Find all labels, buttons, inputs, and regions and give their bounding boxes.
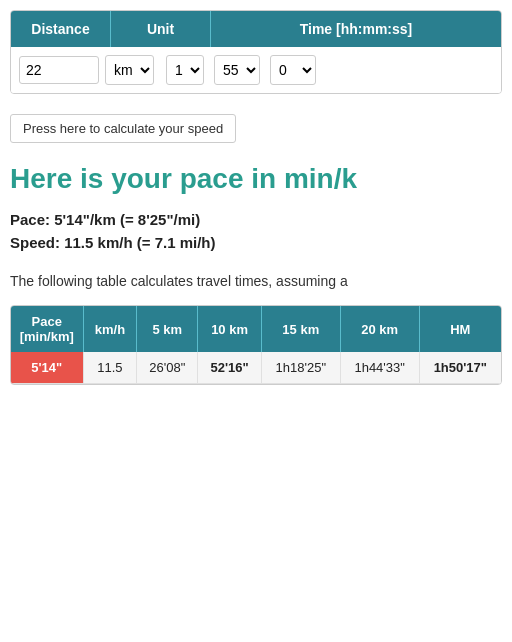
pace-value: Pace: 5'14"/km (= 8'25"/mi) — [10, 211, 502, 228]
input-header: Distance Unit Time [hh:mm:ss] — [11, 11, 501, 47]
time-selects: 0 1 2 3 4 0 5 10 15 20 25 30 35 40 45 50… — [160, 55, 316, 85]
cell-pace: 5'14" — [11, 352, 83, 384]
pace-table: Pace[min/km] km/h 5 km 10 km 15 km 20 km… — [11, 306, 501, 384]
distance-input[interactable] — [19, 56, 99, 84]
result-heading: Here is your pace in min/k — [0, 153, 512, 201]
th-15km: 15 km — [261, 306, 340, 352]
time-header: Time [hh:mm:ss] — [211, 11, 501, 47]
cell-5km: 26'08" — [137, 352, 198, 384]
table-description: The following table calculates travel ti… — [0, 261, 512, 297]
cell-20km: 1h44'33" — [340, 352, 419, 384]
table-header-row: Pace[min/km] km/h 5 km 10 km 15 km 20 km… — [11, 306, 501, 352]
seconds-select[interactable]: 0 5 10 15 20 25 30 35 40 45 50 55 — [270, 55, 316, 85]
calculate-button[interactable]: Press here to calculate your speed — [10, 114, 236, 143]
table-row: 5'14"11.526'08"52'16"1h18'25"1h44'33"1h5… — [11, 352, 501, 384]
th-kmh: km/h — [83, 306, 137, 352]
th-10km: 10 km — [198, 306, 262, 352]
input-row: km mi m 0 1 2 3 4 0 5 10 15 20 25 30 35 … — [11, 47, 501, 93]
cell-15km: 1h18'25" — [261, 352, 340, 384]
th-hm: HM — [419, 306, 501, 352]
distance-header: Distance — [11, 11, 111, 47]
speed-value: Speed: 11.5 km/h (= 7.1 mi/h) — [10, 234, 502, 251]
input-section: Distance Unit Time [hh:mm:ss] km mi m 0 … — [10, 10, 502, 94]
pace-table-wrapper: Pace[min/km] km/h 5 km 10 km 15 km 20 km… — [10, 305, 502, 385]
pace-info: Pace: 5'14"/km (= 8'25"/mi) Speed: 11.5 … — [0, 201, 512, 261]
cell-10km: 52'16" — [198, 352, 262, 384]
cell-kmh: 11.5 — [83, 352, 137, 384]
unit-header: Unit — [111, 11, 211, 47]
hours-select[interactable]: 0 1 2 3 4 — [166, 55, 204, 85]
th-5km: 5 km — [137, 306, 198, 352]
unit-select[interactable]: km mi m — [105, 55, 154, 85]
cell-hm: 1h50'17" — [419, 352, 501, 384]
th-pace: Pace[min/km] — [11, 306, 83, 352]
th-20km: 20 km — [340, 306, 419, 352]
minutes-select[interactable]: 0 5 10 15 20 25 30 35 40 45 50 55 — [214, 55, 260, 85]
